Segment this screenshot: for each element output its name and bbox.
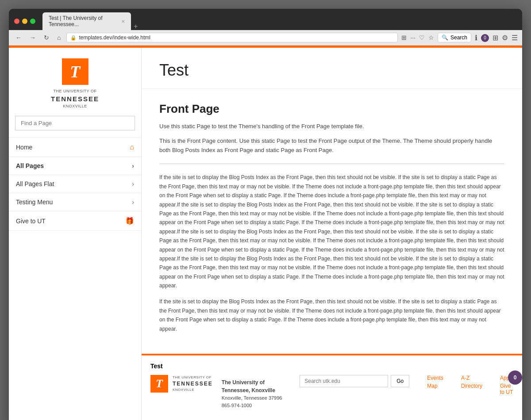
chevron-icon-all-pages-flat: ›	[132, 180, 134, 187]
star-icon[interactable]: ☆	[428, 34, 434, 41]
footer-link-events[interactable]: Events	[427, 375, 443, 381]
minimize-button[interactable]	[22, 19, 27, 24]
sidebar: T THE UNIVERSITY OF TENNESSEE KNOXVILLE …	[9, 48, 142, 420]
footer-logo-t: T	[150, 375, 168, 393]
university-line3: KNOXVILLE	[51, 103, 99, 109]
info-icon[interactable]: ℹ	[475, 34, 477, 42]
chevron-icon-all-pages: ›	[132, 162, 134, 169]
url-display: templates.dev/index-wide.html	[79, 34, 394, 41]
address-bar[interactable]: 🔒 templates.dev/index-wide.html	[66, 33, 398, 42]
chevron-icon-testing-menu: ›	[132, 199, 134, 206]
badge-count: 0	[514, 374, 517, 381]
menu-icon[interactable]: ☰	[512, 34, 518, 42]
footer-address: The University of Tennessee, Knoxville K…	[222, 378, 291, 409]
nav-label-home: Home	[16, 144, 32, 151]
browser-search-bar[interactable]: 🔍 Search	[438, 33, 471, 42]
footer-links: Events Map A-Z Directory Apply Give to U…	[427, 375, 513, 395]
home-button[interactable]: ⌂	[55, 33, 63, 42]
footer-link-give[interactable]: Give to UT	[500, 383, 513, 395]
logo-container: T	[62, 58, 88, 85]
nav-item-all-pages-flat[interactable]: All Pages Flat ›	[9, 175, 141, 193]
nav-item-home[interactable]: Home ⌂	[9, 138, 141, 157]
main-wrapper: T THE UNIVERSITY OF TENNESSEE KNOXVILLE …	[9, 48, 522, 420]
footer-university-text: THE UNIVERSITY OF TENNESSEE KNOXVILLE	[173, 375, 213, 392]
content-area: Test Front Page Use this static Page to …	[142, 48, 522, 420]
new-tab-button[interactable]: +	[134, 23, 138, 30]
reader-icon[interactable]: ⊞	[401, 34, 407, 41]
nav-label-give-to-ut: Give to UT	[16, 218, 46, 225]
footer-city: Knoxville, Tennessee 37996	[222, 395, 282, 401]
page-title: Test	[159, 61, 504, 80]
footer-link-col-1: Events Map	[427, 375, 443, 395]
logo-text: THE UNIVERSITY OF TENNESSEE KNOXVILLE	[51, 88, 99, 109]
bookmark-icon[interactable]: ♡	[419, 34, 425, 41]
long-paragraph-2: If the site is set to display the Blog P…	[159, 297, 504, 333]
home-icon: ⌂	[130, 143, 134, 151]
traffic-lights	[14, 19, 35, 24]
footer-phone: 865-974-1000	[222, 403, 252, 408]
browser-window: Test | The University of Tennessee... ✕ …	[9, 9, 522, 420]
active-tab[interactable]: Test | The University of Tennessee... ✕	[42, 12, 131, 30]
nav-label-all-pages: All Pages	[16, 162, 44, 169]
footer-line1: THE UNIVERSITY OF	[173, 375, 213, 380]
reload-button[interactable]: ↻	[42, 33, 51, 42]
footer-search: Go	[300, 375, 409, 387]
more-icon[interactable]: ···	[410, 34, 416, 41]
browser-titlebar: Test | The University of Tennessee... ✕ …	[9, 9, 522, 30]
footer-logo-text: THE UNIVERSITY OF TENNESSEE KNOXVILLE	[173, 375, 213, 392]
maximize-button[interactable]	[30, 19, 35, 24]
nav-item-all-pages[interactable]: All Pages ›	[9, 157, 141, 175]
browser-toolbar: ← → ↻ ⌂ 🔒 templates.dev/index-wide.html …	[9, 30, 522, 46]
footer-university-name: The University of Tennessee, Knoxville	[222, 379, 275, 393]
sidebar-search-box[interactable]	[15, 116, 135, 130]
sidebar-search-input[interactable]	[15, 116, 135, 130]
university-line1: THE UNIVERSITY OF	[51, 88, 99, 94]
site-footer: Test T THE UNIVERSITY OF TENNESSEE KNOXV…	[142, 354, 522, 416]
sidebar-logo: T THE UNIVERSITY OF TENNESSEE KNOXVILLE	[9, 48, 141, 116]
footer-link-map[interactable]: Map	[427, 383, 443, 389]
forward-button[interactable]: →	[27, 33, 38, 42]
gift-icon: 🎁	[125, 217, 134, 225]
university-line2: TENNESSEE	[51, 94, 99, 103]
nav-label-testing-menu: Testing Menu	[16, 199, 53, 206]
search-icon: 🔍	[442, 34, 448, 41]
nav-label-all-pages-flat: All Pages Flat	[16, 180, 54, 187]
long-paragraph-1: If the site is set to display the Blog P…	[159, 173, 504, 290]
back-button[interactable]: ←	[13, 33, 24, 42]
footer-search-input[interactable]	[300, 375, 388, 387]
footer-bottom: T THE UNIVERSITY OF TENNESSEE KNOXVILLE …	[150, 375, 513, 409]
content-divider	[159, 164, 504, 164]
footer-search-button[interactable]: Go	[391, 375, 409, 387]
nav-item-testing-menu[interactable]: Testing Menu ›	[9, 193, 141, 211]
content-body: Front Page Use this static Page to test …	[142, 89, 522, 354]
settings-icon[interactable]: ⚙	[502, 34, 508, 42]
browser-right-icons: ℹ 0 ⊞ ⚙ ☰	[475, 33, 518, 42]
footer-link-az[interactable]: A-Z	[461, 375, 482, 381]
user-icon[interactable]: 0	[481, 33, 489, 42]
nav-item-give-to-ut[interactable]: Give to UT 🎁	[9, 211, 141, 231]
footer-logo: T THE UNIVERSITY OF TENNESSEE KNOXVILLE	[150, 375, 213, 393]
browser-chrome: Test | The University of Tennessee... ✕ …	[9, 9, 522, 46]
footer-link-col-2: A-Z Directory	[461, 375, 482, 395]
search-placeholder-text: Search	[450, 34, 467, 41]
toolbar-icons: ⊞ ··· ♡ ☆	[401, 34, 434, 41]
footer-line2: TENNESSEE	[173, 380, 213, 388]
section-desc-2: This is the Front Page content. Use this…	[159, 137, 504, 155]
tabs-bar: Test | The University of Tennessee... ✕ …	[42, 12, 138, 30]
content-header: Test	[142, 48, 522, 89]
footer-line3: KNOXVILLE	[173, 387, 213, 392]
tab-close-icon[interactable]: ✕	[121, 19, 125, 24]
section-desc-1: Use this static Page to test the Theme's…	[159, 122, 504, 131]
security-icon: 🔒	[70, 35, 77, 41]
sidebar-nav: Home ⌂ All Pages › All Pages Flat › Test…	[9, 137, 141, 231]
floating-badge[interactable]: 0	[508, 370, 522, 385]
section-title: Front Page	[159, 102, 504, 116]
logo-t: T	[70, 63, 80, 80]
grid-icon[interactable]: ⊞	[493, 34, 498, 42]
tab-title: Test | The University of Tennessee...	[49, 15, 118, 27]
close-button[interactable]	[14, 19, 19, 24]
footer-link-directory[interactable]: Directory	[461, 383, 482, 389]
footer-title: Test	[150, 363, 513, 370]
footer-t-letter: T	[156, 377, 163, 390]
